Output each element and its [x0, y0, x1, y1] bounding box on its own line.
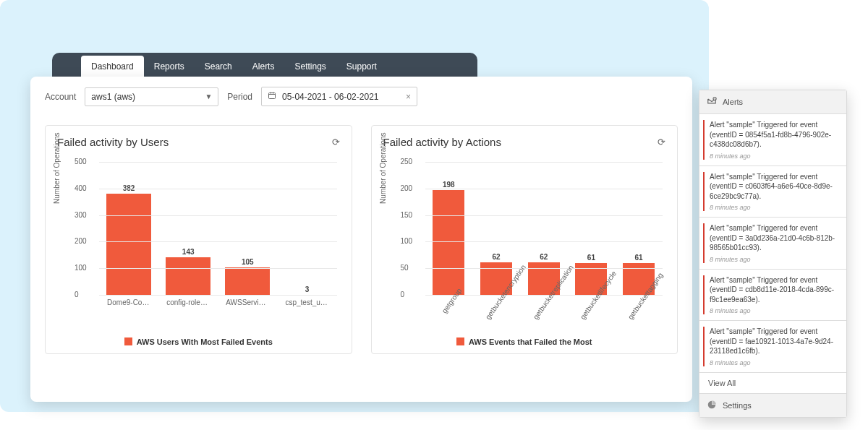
- tab-search[interactable]: Search: [195, 56, 242, 77]
- bar: 105: [226, 258, 269, 296]
- chart-users: Number of Operations 3821431053 01002003…: [57, 154, 340, 332]
- alert-message: Alert "sample" Triggered for event (even…: [710, 327, 839, 356]
- clear-date-icon[interactable]: ×: [406, 92, 411, 102]
- alert-time: 8 minutes ago: [710, 307, 839, 314]
- alert-item[interactable]: Alert "sample" Triggered for event (even…: [699, 166, 846, 218]
- settings-label: Settings: [723, 401, 752, 410]
- chevron-down-icon: ▼: [205, 93, 212, 100]
- bar: 382: [107, 184, 150, 296]
- tab-dashboard[interactable]: Dashboard: [81, 56, 144, 77]
- period-label: Period: [227, 92, 252, 102]
- legend-swatch: [124, 337, 132, 345]
- calendar-icon: [268, 91, 276, 102]
- alert-time: 8 minutes ago: [710, 256, 839, 263]
- alert-message: Alert "sample" Triggered for event (even…: [710, 172, 839, 202]
- refresh-icon[interactable]: ⟳: [332, 137, 340, 147]
- nav-tabs: Dashboard Reports Search Alerts Settings…: [52, 53, 477, 77]
- chart-users-ylabel: Number of Operations: [53, 132, 61, 203]
- tab-reports[interactable]: Reports: [144, 56, 195, 77]
- alert-item[interactable]: Alert "sample" Triggered for event (even…: [699, 270, 846, 322]
- alerts-icon: [707, 96, 717, 108]
- alert-item[interactable]: Alert "sample" Triggered for event (even…: [699, 218, 846, 270]
- tab-alerts[interactable]: Alerts: [242, 56, 285, 77]
- account-select[interactable]: aws1 (aws) ▼: [85, 87, 218, 106]
- tab-settings[interactable]: Settings: [284, 56, 336, 77]
- chart-users-bars: 3821431053: [99, 163, 337, 296]
- chart-users-grid: 3821431053 0100200300400500: [99, 163, 337, 296]
- alert-message: Alert "sample" Triggered for event (even…: [710, 120, 839, 150]
- bar: 3: [285, 285, 328, 296]
- alerts-title: Alerts: [723, 98, 743, 106]
- settings-row[interactable]: Settings: [699, 393, 846, 417]
- panel-users: Failed activity by Users ⟳ Number of Ope…: [45, 125, 352, 354]
- filter-row: Account aws1 (aws) ▼ Period 05-04-2021 -…: [45, 87, 678, 106]
- chart-users-xlabels: Dome9-Conn…config-role-u…AWSServiceRo…cs…: [99, 298, 337, 306]
- period-input[interactable]: 05-04-2021 - 06-02-2021 ×: [261, 87, 417, 106]
- alert-item[interactable]: Alert "sample" Triggered for event (even…: [699, 114, 846, 166]
- chart-actions-bars: 19862626161: [425, 163, 663, 296]
- alert-message: Alert "sample" Triggered for event (even…: [710, 275, 839, 305]
- chart-actions: Number of Operations 19862626161 0501001…: [383, 154, 666, 332]
- bar: 198: [427, 181, 470, 296]
- panel-actions-title: Failed activity by Actions: [383, 136, 501, 148]
- alert-time: 8 minutes ago: [710, 359, 839, 366]
- alert-time: 8 minutes ago: [710, 204, 839, 211]
- panel-users-title: Failed activity by Users: [57, 136, 169, 148]
- main-card: Account aws1 (aws) ▼ Period 05-04-2021 -…: [30, 77, 692, 402]
- alert-message: Alert "sample" Triggered for event (even…: [710, 223, 839, 253]
- chart-actions-grid: 19862626161 050100150200250: [425, 163, 663, 296]
- period-value: 05-04-2021 - 06-02-2021: [282, 92, 378, 102]
- pie-icon: [707, 400, 717, 411]
- account-label: Account: [45, 92, 76, 102]
- panel-actions: Failed activity by Actions ⟳ Number of O…: [371, 125, 678, 354]
- tab-support[interactable]: Support: [336, 56, 387, 77]
- alerts-list: Alert "sample" Triggered for event (even…: [699, 114, 846, 373]
- chart-actions-ylabel: Number of Operations: [379, 132, 387, 203]
- view-all-link[interactable]: View All: [699, 373, 846, 393]
- chart-actions-xlabels: getgroupgetbucketencryptiongetbucketrepl…: [425, 298, 663, 359]
- alerts-header[interactable]: Alerts: [699, 90, 846, 114]
- refresh-icon[interactable]: ⟳: [658, 137, 665, 147]
- svg-rect-0: [269, 93, 276, 99]
- alert-item[interactable]: Alert "sample" Triggered for event (even…: [699, 321, 846, 373]
- alert-time: 8 minutes ago: [710, 152, 839, 160]
- chart-users-legend: AWS Users With Most Failed Events: [57, 337, 340, 346]
- account-value: aws1 (aws): [91, 92, 135, 102]
- alerts-sidebar: Alerts Alert "sample" Triggered for even…: [699, 90, 847, 418]
- bar: 143: [166, 248, 210, 296]
